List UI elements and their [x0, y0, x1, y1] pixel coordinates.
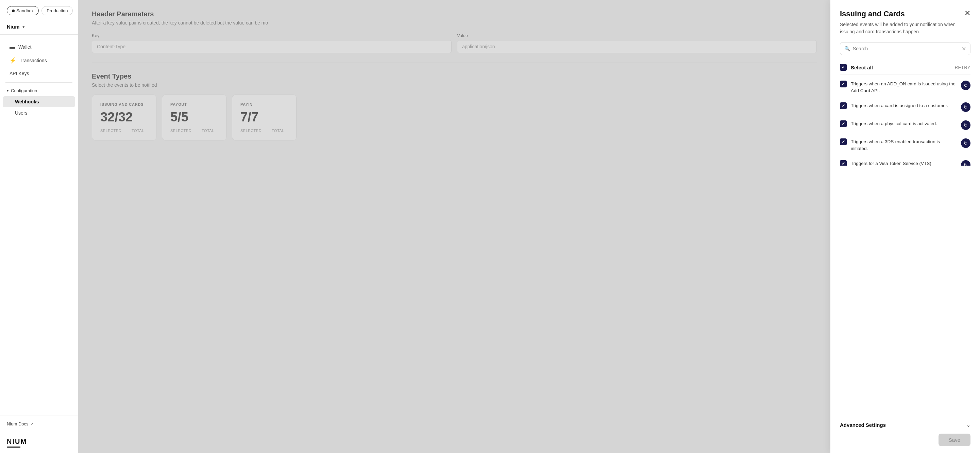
event-cards-row: ISSUING AND CARDS 32/32 SELECTED TOTAL P… [92, 95, 817, 140]
payin-total-label: TOTAL [272, 129, 284, 133]
header-form-row: Key Value [92, 33, 817, 53]
event-item-left-1: Triggers when a card is assigned to a cu… [840, 102, 958, 109]
sidebar-item-users[interactable]: Users [3, 108, 75, 118]
sidebar-item-wallet-label: Wallet [18, 44, 31, 50]
event-item-left-0: Triggers when an ADD_ON card is issued u… [840, 81, 958, 94]
transactions-icon: ⚡ [10, 57, 16, 64]
event-item-text-2: Triggers when a physical card is activat… [851, 121, 937, 127]
event-card-payin[interactable]: PAYIN 7/7 SELECTED TOTAL [232, 95, 296, 140]
event-item-left-3: Triggers when a 3DS-enabled transaction … [840, 138, 958, 152]
event-item-text-4: Triggers for a Visa Token Service (VTS) [851, 160, 931, 165]
event-types-subtitle: Select the events to be notified [92, 82, 817, 88]
payin-card-labels: SELECTED TOTAL [240, 129, 288, 133]
sidebar-item-api-keys[interactable]: API Keys [3, 67, 75, 79]
event-item-3: Triggers when a 3DS-enabled transaction … [840, 134, 970, 156]
issuing-card-title: ISSUING AND CARDS [100, 102, 148, 106]
sidebar-item-wallet[interactable]: ▬ Wallet [3, 40, 75, 53]
payin-card-title: PAYIN [240, 102, 288, 106]
org-selector[interactable]: Nium ▾ [0, 19, 78, 35]
event-item-text-3: Triggers when a 3DS-enabled transaction … [851, 138, 958, 152]
org-chevron-icon: ▾ [22, 24, 24, 29]
select-all-row: Select all RETRY [840, 60, 970, 75]
event-info-btn-3[interactable] [961, 138, 970, 148]
value-label: Value [457, 33, 817, 38]
retry-button[interactable]: RETRY [955, 65, 970, 70]
issuing-total-label: TOTAL [132, 129, 144, 133]
env-toggle: Sandbox Production [7, 6, 71, 15]
sidebar: Sandbox Production Nium ▾ ▬ Wallet ⚡ Tra… [0, 0, 78, 453]
event-checkbox-2[interactable] [840, 121, 847, 127]
event-item-2: Triggers when a physical card is activat… [840, 116, 970, 134]
api-keys-label: API Keys [10, 71, 29, 76]
payout-card-labels: SELECTED TOTAL [170, 129, 218, 133]
sidebar-item-transactions[interactable]: ⚡ Transactions [3, 54, 75, 67]
sidebar-nav: ▬ Wallet ⚡ Transactions API Keys ▾ Confi… [0, 35, 78, 416]
sidebar-section-configuration[interactable]: ▾ Configuration [0, 85, 78, 96]
advanced-settings: Advanced Settings ⌄ [840, 416, 970, 428]
external-link-icon: ↗ [30, 422, 33, 426]
key-group: Key [92, 33, 452, 53]
nav-divider [5, 82, 72, 83]
docs-label: Nium Docs [7, 421, 29, 426]
event-checkbox-0[interactable] [840, 81, 847, 87]
event-checkbox-3[interactable] [840, 138, 847, 145]
panel-subtitle: Selected events will be added to your no… [840, 21, 970, 35]
production-label: Production [46, 8, 68, 13]
org-name: Nium [7, 24, 20, 30]
panel-title: Issuing and Cards [840, 10, 905, 18]
event-item-4-partial: Triggers for a Visa Token Service (VTS) [840, 156, 970, 165]
main-content: Header Parameters After a key-value pair… [78, 0, 830, 453]
panel-footer: Save [840, 428, 970, 446]
panel-header: Issuing and Cards ✕ [840, 10, 970, 18]
webhooks-label: Webhooks [15, 99, 39, 105]
payin-card-count: 7/7 [240, 110, 288, 124]
save-button[interactable]: Save [939, 434, 970, 446]
search-box: 🔍 ✕ [840, 42, 970, 55]
value-group: Value [457, 33, 817, 53]
key-input[interactable] [92, 40, 452, 53]
production-btn[interactable]: Production [41, 6, 73, 15]
sidebar-item-webhooks[interactable]: Webhooks [3, 96, 75, 107]
select-all-label: Select all [851, 65, 873, 70]
sandbox-dot [12, 10, 14, 12]
close-button[interactable]: ✕ [964, 10, 970, 17]
search-input[interactable] [853, 43, 962, 55]
nium-logo: NIUM [0, 432, 78, 453]
event-card-payout[interactable]: PAYOUT 5/5 SELECTED TOTAL [162, 95, 226, 140]
issuing-selected-label: SELECTED [100, 129, 121, 133]
event-info-btn-0[interactable] [961, 81, 970, 90]
payout-card-count: 5/5 [170, 110, 218, 124]
key-label: Key [92, 33, 452, 38]
search-icon: 🔍 [844, 46, 850, 51]
env-toggle-container: Sandbox Production [0, 0, 78, 19]
sandbox-btn[interactable]: Sandbox [7, 6, 39, 15]
nium-docs-link[interactable]: Nium Docs ↗ [0, 416, 78, 432]
search-clear-button[interactable]: ✕ [962, 46, 966, 52]
event-item-0: Triggers when an ADD_ON card is issued u… [840, 76, 970, 98]
dim-overlay [78, 0, 830, 453]
right-panel: Issuing and Cards ✕ Selected events will… [830, 0, 980, 453]
event-types-title: Event Types [92, 72, 817, 80]
wallet-icon: ▬ [10, 44, 15, 50]
event-list: Triggers when an ADD_ON card is issued u… [840, 76, 970, 413]
issuing-card-labels: SELECTED TOTAL [100, 129, 148, 133]
config-arrow-icon: ▾ [7, 88, 9, 93]
issuing-card-count: 32/32 [100, 110, 148, 124]
value-input[interactable] [457, 40, 817, 53]
event-info-btn-2[interactable] [961, 121, 970, 130]
select-all-checkbox[interactable] [840, 64, 847, 71]
event-checkbox-4[interactable] [840, 160, 847, 165]
payout-selected-label: SELECTED [170, 129, 191, 133]
event-item-text-0: Triggers when an ADD_ON card is issued u… [851, 81, 958, 94]
event-item-1: Triggers when a card is assigned to a cu… [840, 98, 970, 116]
event-info-btn-1[interactable] [961, 102, 970, 112]
config-label: Configuration [11, 88, 37, 93]
advanced-settings-header[interactable]: Advanced Settings ⌄ [840, 422, 970, 428]
advanced-settings-chevron-icon: ⌄ [966, 422, 970, 428]
event-checkbox-1[interactable] [840, 102, 847, 109]
event-item-left-4: Triggers for a Visa Token Service (VTS) [840, 160, 958, 165]
payout-total-label: TOTAL [202, 129, 214, 133]
payin-selected-label: SELECTED [240, 129, 261, 133]
event-info-btn-4[interactable] [961, 160, 970, 165]
event-card-issuing[interactable]: ISSUING AND CARDS 32/32 SELECTED TOTAL [92, 95, 156, 140]
